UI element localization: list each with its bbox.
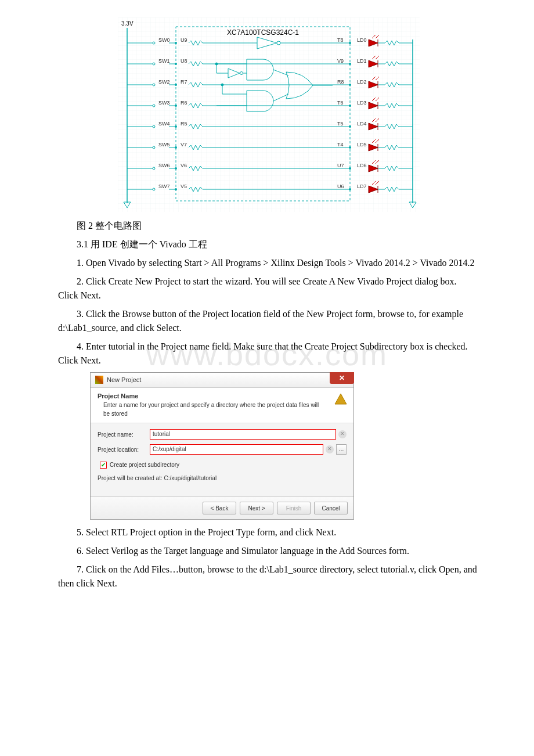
- svg-point-71: [175, 125, 177, 128]
- svg-point-75: [349, 125, 351, 128]
- svg-point-12: [175, 42, 177, 44]
- svg-text:T5: T5: [337, 121, 344, 127]
- svg-text:SW0: SW0: [158, 37, 170, 43]
- circuit-diagram: XC7A100TCSG324C-1 3.3V SW0 U9 T8 LD0: [118, 17, 420, 212]
- step-2: 2. Click Create New Project to start the…: [58, 275, 479, 303]
- svg-point-47: [349, 84, 351, 86]
- create-subdir-label: Create project subdirectory: [110, 460, 179, 469]
- svg-text:LD6: LD6: [357, 163, 367, 168]
- step-6: 6. Select Verilog as the Target language…: [58, 544, 479, 558]
- next-button[interactable]: Next >: [240, 502, 273, 514]
- svg-point-89: [349, 146, 351, 149]
- svg-point-61: [349, 105, 351, 107]
- svg-text:V6: V6: [181, 163, 187, 168]
- svg-point-117: [349, 188, 351, 190]
- step-5: 5. Select RTL Project option in the Proj…: [58, 525, 479, 539]
- back-button[interactable]: < Back: [203, 502, 236, 514]
- dialog-title-text: New Project: [107, 375, 141, 385]
- dialog-header-desc: Enter a name for your project and specif…: [98, 401, 347, 418]
- svg-text:LD2: LD2: [357, 79, 367, 85]
- new-project-dialog: New Project ✕ Project Name Enter a name …: [90, 372, 354, 520]
- xilinx-icon: [334, 393, 348, 405]
- svg-text:XC7A100TCSG324C-1: XC7A100TCSG324C-1: [226, 28, 298, 37]
- svg-text:V5: V5: [181, 183, 187, 189]
- svg-text:LD5: LD5: [357, 142, 367, 147]
- svg-text:T8: T8: [337, 37, 344, 43]
- dialog-footer: < Back Next > Finish Cancel: [91, 496, 353, 519]
- svg-text:R6: R6: [181, 100, 187, 106]
- project-location-input[interactable]: C:/xup/digital: [150, 444, 323, 455]
- svg-text:SW1: SW1: [158, 58, 170, 64]
- clear-location-icon[interactable]: ✕: [326, 445, 334, 453]
- svg-point-29: [175, 63, 177, 65]
- svg-text:SW7: SW7: [158, 183, 170, 189]
- svg-point-57: [175, 105, 177, 107]
- create-subdir-checkbox[interactable]: ✔: [100, 462, 107, 469]
- svg-text:R8: R8: [337, 79, 344, 85]
- svg-text:LD7: LD7: [357, 183, 367, 189]
- browse-button[interactable]: …: [336, 444, 347, 455]
- svg-text:SW5: SW5: [158, 142, 170, 147]
- step-1: 1. Open Vivado by selecting Start > All …: [58, 256, 479, 270]
- svg-text:LD4: LD4: [357, 121, 367, 127]
- finish-button[interactable]: Finish: [277, 502, 311, 514]
- project-name-label: Project name:: [98, 430, 150, 439]
- svg-rect-0: [118, 17, 420, 212]
- vivado-icon: [95, 376, 103, 384]
- close-button[interactable]: ✕: [330, 372, 354, 384]
- svg-point-113: [175, 188, 177, 190]
- svg-point-85: [175, 146, 177, 149]
- svg-text:R5: R5: [181, 121, 187, 127]
- figure-caption: 图 2 整个电路图: [58, 219, 479, 233]
- created-at-text: Project will be created at: C:/xup/digit…: [98, 474, 347, 483]
- svg-text:U6: U6: [337, 183, 344, 189]
- svg-text:LD1: LD1: [357, 58, 367, 64]
- project-location-label: Project location:: [98, 445, 150, 454]
- svg-text:U9: U9: [181, 37, 187, 43]
- step-4: 4. Enter tutorial in the Project name fi…: [58, 340, 479, 368]
- svg-text:U8: U8: [181, 58, 187, 64]
- svg-marker-137: [335, 394, 347, 404]
- svg-text:SW6: SW6: [158, 163, 170, 168]
- svg-text:LD0: LD0: [357, 37, 367, 43]
- step-3: 3. Click the Browse button of the Projec…: [58, 307, 479, 335]
- svg-text:T6: T6: [337, 100, 344, 106]
- dialog-header: Project Name Enter a name for your proje…: [91, 388, 353, 424]
- svg-point-19: [349, 42, 351, 44]
- svg-text:T4: T4: [337, 142, 344, 147]
- svg-point-103: [349, 167, 351, 170]
- svg-text:SW4: SW4: [158, 121, 170, 127]
- svg-point-135: [215, 63, 218, 65]
- svg-point-33: [349, 63, 351, 65]
- svg-point-99: [175, 167, 177, 170]
- svg-text:V9: V9: [337, 58, 344, 64]
- svg-text:LD3: LD3: [357, 100, 367, 106]
- cancel-button[interactable]: Cancel: [314, 502, 348, 514]
- svg-text:SW3: SW3: [158, 100, 170, 106]
- project-name-input[interactable]: tutorial: [150, 429, 336, 440]
- section-heading: 3.1 用 IDE 创建一个 Vivado 工程: [58, 237, 479, 251]
- svg-point-136: [221, 84, 223, 86]
- svg-text:SW2: SW2: [158, 79, 170, 85]
- svg-text:V7: V7: [181, 142, 187, 147]
- dialog-body: Project name: tutorial ✕ Project locatio…: [91, 423, 353, 496]
- svg-text:R7: R7: [181, 79, 187, 85]
- svg-text:3.3V: 3.3V: [121, 20, 134, 27]
- svg-point-43: [175, 84, 177, 86]
- clear-name-icon[interactable]: ✕: [338, 430, 347, 438]
- step-7: 7. Click on the Add Files…button, browse…: [58, 563, 479, 591]
- dialog-titlebar: New Project ✕: [91, 373, 353, 388]
- svg-text:U7: U7: [337, 163, 344, 168]
- dialog-header-title: Project Name: [98, 391, 347, 401]
